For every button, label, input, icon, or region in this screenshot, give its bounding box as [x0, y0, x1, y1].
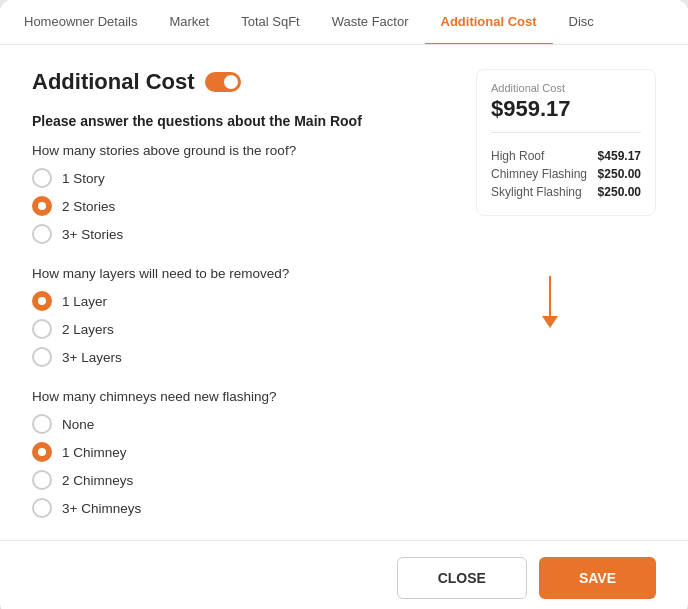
radio-label-2-layers: 2 Layers — [62, 322, 114, 337]
radio-1-layer[interactable]: 1 Layer — [32, 291, 452, 311]
radio-group-stories: 1 Story 2 Stories 3+ Stories — [32, 168, 452, 244]
radio-3plus-chimneys[interactable]: 3+ Chimneys — [32, 498, 452, 518]
radio-none-chimney[interactable]: None — [32, 414, 452, 434]
radio-circle-3plus-stories[interactable] — [32, 224, 52, 244]
main-content: Additional Cost Please answer the questi… — [0, 45, 688, 540]
radio-label-3plus-layers: 3+ Layers — [62, 350, 122, 365]
page-title: Additional Cost — [32, 69, 195, 95]
section-title: Please answer the questions about the Ma… — [32, 113, 452, 129]
cost-line-high-roof: High Roof $459.17 — [491, 149, 641, 163]
arrow-container — [476, 276, 656, 328]
cost-line-skylight-value: $250.00 — [598, 185, 641, 199]
close-button[interactable]: CLOSE — [397, 557, 527, 599]
radio-2-layers[interactable]: 2 Layers — [32, 319, 452, 339]
radio-group-chimneys: None 1 Chimney 2 Chimneys 3+ Chimneys — [32, 414, 452, 518]
tab-waste-factor[interactable]: Waste Factor — [316, 0, 425, 45]
radio-label-2-stories: 2 Stories — [62, 199, 115, 214]
footer: CLOSE SAVE — [0, 540, 688, 609]
down-arrow-icon — [542, 276, 558, 328]
page-title-row: Additional Cost — [32, 69, 452, 95]
cost-line-chimney-label: Chimney Flashing — [491, 167, 587, 181]
tab-total-sqft[interactable]: Total SqFt — [225, 0, 316, 45]
cost-line-chimney-flashing: Chimney Flashing $250.00 — [491, 167, 641, 181]
tab-additional-cost[interactable]: Additional Cost — [425, 0, 553, 45]
left-panel: Additional Cost Please answer the questi… — [32, 69, 452, 540]
tab-disc[interactable]: Disc — [553, 0, 610, 45]
radio-circle-2-stories[interactable] — [32, 196, 52, 216]
toggle-switch[interactable] — [205, 72, 241, 92]
radio-label-3plus-stories: 3+ Stories — [62, 227, 123, 242]
radio-circle-2-chimneys[interactable] — [32, 470, 52, 490]
cost-line-high-roof-value: $459.17 — [598, 149, 641, 163]
tab-bar: Homeowner Details Market Total SqFt Wast… — [0, 0, 688, 45]
radio-circle-2-layers[interactable] — [32, 319, 52, 339]
right-panel: Additional Cost $959.17 High Roof $459.1… — [476, 69, 656, 540]
cost-panel: Additional Cost $959.17 High Roof $459.1… — [476, 69, 656, 216]
radio-label-2-chimneys: 2 Chimneys — [62, 473, 133, 488]
cost-line-skylight-label: Skylight Flashing — [491, 185, 582, 199]
radio-2-chimneys[interactable]: 2 Chimneys — [32, 470, 452, 490]
tab-market[interactable]: Market — [153, 0, 225, 45]
radio-circle-3plus-layers[interactable] — [32, 347, 52, 367]
radio-group-layers: 1 Layer 2 Layers 3+ Layers — [32, 291, 452, 367]
radio-label-none-chimney: None — [62, 417, 94, 432]
modal: Homeowner Details Market Total SqFt Wast… — [0, 0, 688, 609]
radio-circle-3plus-chimneys[interactable] — [32, 498, 52, 518]
cost-line-high-roof-label: High Roof — [491, 149, 544, 163]
cost-panel-label: Additional Cost — [491, 82, 641, 94]
cost-line-skylight-flashing: Skylight Flashing $250.00 — [491, 185, 641, 199]
question-stories-label: How many stories above ground is the roo… — [32, 143, 452, 158]
radio-circle-none-chimney[interactable] — [32, 414, 52, 434]
radio-circle-1-story[interactable] — [32, 168, 52, 188]
radio-3plus-stories[interactable]: 3+ Stories — [32, 224, 452, 244]
radio-circle-1-chimney[interactable] — [32, 442, 52, 462]
radio-label-1-story: 1 Story — [62, 171, 105, 186]
radio-2-stories[interactable]: 2 Stories — [32, 196, 452, 216]
cost-total: $959.17 — [491, 96, 641, 122]
question-layers-label: How many layers will need to be removed? — [32, 266, 452, 281]
question-chimneys-label: How many chimneys need new flashing? — [32, 389, 452, 404]
radio-circle-1-layer[interactable] — [32, 291, 52, 311]
radio-1-story[interactable]: 1 Story — [32, 168, 452, 188]
radio-3plus-layers[interactable]: 3+ Layers — [32, 347, 452, 367]
radio-label-1-chimney: 1 Chimney — [62, 445, 127, 460]
tab-homeowner-details[interactable]: Homeowner Details — [8, 0, 153, 45]
radio-label-1-layer: 1 Layer — [62, 294, 107, 309]
save-button[interactable]: SAVE — [539, 557, 656, 599]
radio-1-chimney[interactable]: 1 Chimney — [32, 442, 452, 462]
cost-line-chimney-value: $250.00 — [598, 167, 641, 181]
radio-label-3plus-chimneys: 3+ Chimneys — [62, 501, 141, 516]
